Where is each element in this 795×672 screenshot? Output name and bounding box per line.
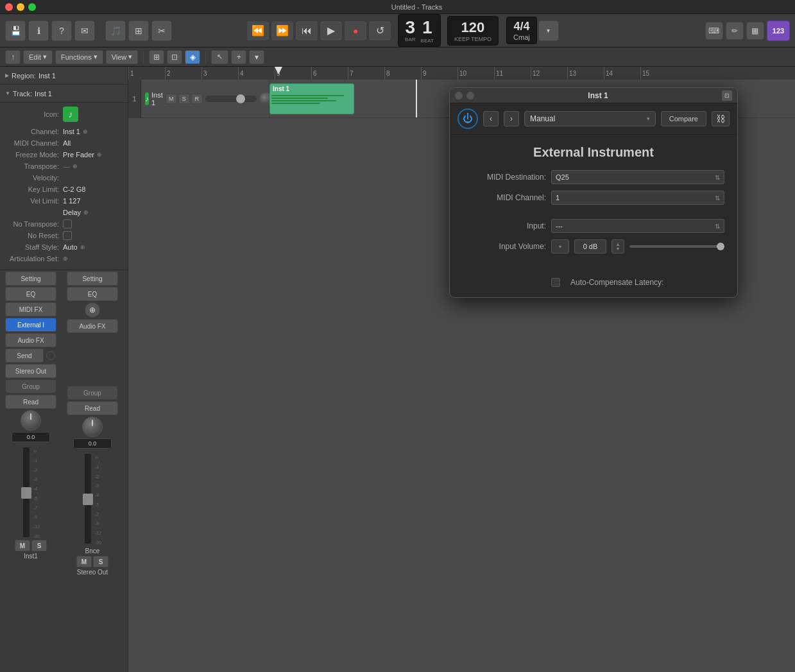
- vol-down-btn[interactable]: ▾: [551, 239, 569, 254]
- solo-btn-stereoout[interactable]: S: [93, 556, 108, 567]
- channel-strip-inst1: Setting EQ MIDI FX External I Audio FX S…: [0, 270, 62, 672]
- close-button[interactable]: [5, 3, 13, 11]
- cycle-button[interactable]: ↺: [368, 21, 391, 41]
- active-tool-button[interactable]: ◈: [185, 50, 200, 64]
- track-mute-btn[interactable]: M: [166, 94, 177, 104]
- edit-menu-button[interactable]: Edit ▾: [23, 50, 53, 64]
- audio-fx-btn-inst1[interactable]: Audio FX: [5, 333, 56, 347]
- volume-fader[interactable]: [205, 96, 257, 102]
- user-button[interactable]: 123: [767, 21, 790, 41]
- plugin-min-btn[interactable]: [466, 92, 474, 99]
- save-button[interactable]: 💾: [5, 21, 26, 41]
- link-chain-btn[interactable]: ⛓: [712, 111, 730, 126]
- midi-ch-value: 1: [556, 194, 560, 202]
- add-dropdown-button[interactable]: ▾: [249, 50, 264, 64]
- track-record-btn[interactable]: R: [191, 94, 203, 104]
- vol-value-display[interactable]: 0 dB: [574, 239, 606, 254]
- latency-checkbox[interactable]: [551, 278, 560, 287]
- mute-btn-inst1[interactable]: M: [15, 540, 30, 551]
- message-button[interactable]: ✉: [74, 21, 95, 41]
- group-btn-inst1[interactable]: Group: [5, 379, 56, 393]
- plugin-expand-btn[interactable]: ⊡: [722, 90, 732, 101]
- mixer-button[interactable]: ⊞: [128, 21, 149, 41]
- midi-ch-select[interactable]: 1 ⇅: [551, 191, 724, 205]
- audio-fx-btn-stereoout[interactable]: Audio FX: [67, 319, 118, 333]
- nav-prev-btn[interactable]: ‹: [483, 111, 499, 126]
- fader-handle-inst1[interactable]: [21, 487, 31, 499]
- scissors-button[interactable]: ✂: [151, 21, 172, 41]
- track-icon-display[interactable]: ♪: [63, 107, 78, 122]
- vol-updown-btn[interactable]: ▲ ▼: [611, 239, 624, 254]
- fader-inst1[interactable]: [23, 447, 30, 537]
- read-btn-inst1[interactable]: Read: [5, 395, 56, 409]
- view-menu-button[interactable]: View ▾: [106, 50, 139, 64]
- group-btn-stereoout[interactable]: Group: [67, 386, 118, 400]
- power-button[interactable]: ⏻: [457, 108, 478, 129]
- preset-select[interactable]: Manual ▾: [524, 111, 656, 126]
- stereo-out-btn[interactable]: Stereo Out: [5, 364, 56, 378]
- eq-btn-stereoout[interactable]: EQ: [67, 287, 118, 301]
- external-btn-inst1[interactable]: External I: [5, 318, 56, 332]
- mute-btn-stereoout[interactable]: M: [76, 556, 92, 567]
- timesig-display[interactable]: 4/4 Cmaj: [506, 17, 537, 44]
- trim-button[interactable]: ⊡: [167, 50, 182, 64]
- channel-arrow-icon[interactable]: ⊕: [83, 128, 88, 135]
- edit-toggle-button[interactable]: ✏: [726, 22, 744, 40]
- track-label-area: ♪ Inst 1 M S R: [141, 80, 269, 117]
- fastforward-button[interactable]: ⏩: [271, 21, 294, 41]
- key-commands-button[interactable]: ⌨: [705, 22, 723, 40]
- delay-arrow-icon[interactable]: ⊕: [83, 209, 89, 216]
- midi-dest-select[interactable]: Q25 ⇅: [551, 170, 724, 184]
- help-button[interactable]: ?: [51, 21, 72, 41]
- volume-knob-stereoout[interactable]: [82, 417, 103, 437]
- volume-knob-inst1[interactable]: [21, 410, 41, 431]
- nav-next-btn[interactable]: ›: [504, 111, 519, 126]
- vol-slider-thumb[interactable]: [717, 243, 724, 250]
- preset-arrow-icon: ▾: [647, 116, 650, 122]
- freeze-arrow-icon[interactable]: ⊕: [97, 151, 102, 158]
- read-btn-stereoout[interactable]: Read: [67, 401, 118, 415]
- midi-fx-btn-inst1[interactable]: MIDI FX: [5, 302, 56, 316]
- transpose-arrow-icon[interactable]: ⊕: [73, 163, 78, 169]
- pointer-button[interactable]: ↖: [211, 50, 228, 64]
- arrow-up-button[interactable]: ↑: [5, 50, 21, 64]
- functions-menu-button[interactable]: Functions ▾: [55, 50, 103, 64]
- compare-btn[interactable]: Compare: [661, 111, 706, 126]
- info-button[interactable]: ℹ: [28, 21, 49, 41]
- minimize-button[interactable]: [17, 3, 24, 11]
- fader-handle-stereoout[interactable]: [83, 494, 93, 505]
- record-button[interactable]: ●: [344, 21, 367, 41]
- knob-value-inst1: 0.0: [12, 432, 50, 442]
- region-block-inst1[interactable]: Inst 1: [269, 83, 354, 114]
- window-controls[interactable]: [5, 3, 36, 11]
- volume-thumb[interactable]: [236, 94, 245, 103]
- fader-stereoout[interactable]: [85, 454, 91, 544]
- solo-btn-inst1[interactable]: S: [31, 540, 47, 551]
- track-solo-btn[interactable]: S: [178, 94, 190, 104]
- play-button[interactable]: ▶: [320, 21, 343, 41]
- no-reset-checkbox[interactable]: [63, 231, 72, 240]
- time-display[interactable]: 3 BAR 1 BEAT: [398, 14, 441, 47]
- timesig-expand-button[interactable]: ▾: [538, 21, 559, 41]
- rewind-button[interactable]: ⏪: [246, 21, 269, 41]
- no-transpose-checkbox[interactable]: [63, 220, 72, 228]
- articulation-set-value[interactable]: ⊕: [63, 255, 68, 262]
- mixer-toggle-button[interactable]: ▦: [746, 22, 764, 40]
- maximize-button[interactable]: [28, 3, 36, 11]
- transpose-value[interactable]: — ⊕: [63, 162, 78, 170]
- tostart-button[interactable]: ⏮: [295, 21, 318, 41]
- metronome-button[interactable]: 🎵: [105, 21, 126, 41]
- tempo-display[interactable]: 120 KEEP TEMPO: [447, 16, 499, 46]
- plugin-close-btn[interactable]: [455, 92, 463, 99]
- setting-btn-inst1[interactable]: Setting: [5, 271, 56, 286]
- staff-style-arrow-icon[interactable]: ⊕: [80, 244, 85, 250]
- vol-slider[interactable]: [629, 245, 724, 248]
- input-select[interactable]: --- ⇅: [551, 219, 724, 233]
- toolbar-separator-2: [205, 51, 206, 64]
- add-button[interactable]: +: [231, 50, 246, 64]
- link-button[interactable]: ⊞: [149, 50, 164, 64]
- send-btn-inst1[interactable]: Send: [5, 349, 44, 363]
- link-icon-stereoout[interactable]: ⊕: [85, 302, 100, 318]
- eq-btn-inst1[interactable]: EQ: [5, 287, 56, 301]
- setting-btn-stereoout[interactable]: Setting: [67, 271, 118, 286]
